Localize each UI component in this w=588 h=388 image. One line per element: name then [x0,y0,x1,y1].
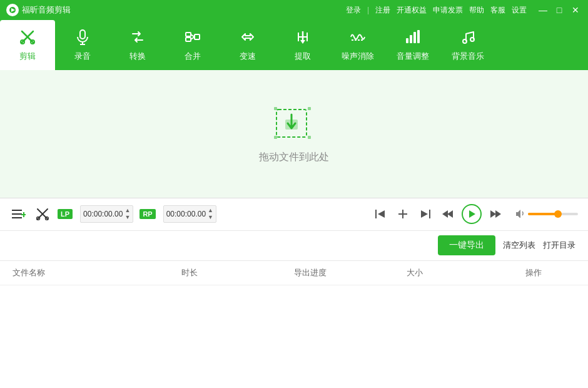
center-button[interactable] [394,205,412,223]
app-title: 福昕音频剪辑 [22,4,71,16]
to-start-button[interactable] [372,205,389,223]
cut-icon [19,29,36,48]
rp-up-arrow[interactable]: ▲ [208,207,213,214]
toolbar-item-speed[interactable]: 变速 [220,20,275,70]
col-duration-header: 时长 [181,267,294,278]
window-controls: — □ ✕ [537,4,582,16]
actionbar: 一键导出 清空列表 打开目录 [0,231,588,261]
nav-links: 登录 | 注册 开通权益 申请发票 帮助 客服 设置 [343,4,529,17]
titlebar: 福昕音频剪辑 登录 | 注册 开通权益 申请发票 帮助 客服 设置 — □ ✕ [0,0,588,20]
toolbar-item-merge[interactable]: 合并 [165,20,220,70]
col-progress-header: 导出进度 [294,267,407,278]
denoise-icon [350,29,366,48]
rp-time-value: 00:00:00.00 [166,210,206,218]
svg-rect-31 [308,136,311,139]
toolbar-label-convert: 转换 [129,51,146,62]
toolbar-label-record: 录音 [74,51,91,62]
svg-rect-6 [80,30,85,39]
scissors-button[interactable] [34,205,51,223]
speed-icon [240,29,256,48]
col-name-header: 文件名称 [13,267,181,278]
maximize-button[interactable]: □ [553,4,565,16]
lp-spinners[interactable]: ▲ ▼ [124,207,130,221]
rp-down-arrow[interactable]: ▼ [208,214,213,221]
export-button[interactable]: 一键导出 [438,235,495,255]
volume-thumb[interactable] [554,210,562,218]
toolbar-label-speed: 变速 [240,51,256,62]
svg-rect-21 [410,35,412,43]
rp-time-input[interactable]: 00:00:00.00 ▲ ▼ [163,205,216,223]
svg-rect-9 [186,33,191,36]
toolbar-item-convert[interactable]: 转换 [110,20,165,70]
svg-rect-22 [413,32,416,43]
toolbar-item-volume[interactable]: 音量调整 [385,20,440,70]
svg-point-25 [470,38,474,41]
nav-invoice[interactable]: 申请发票 [430,4,465,17]
rp-badge: RP [139,209,155,219]
mic-icon [74,29,91,48]
svg-rect-20 [406,38,408,43]
drop-text: 拖动文件到此处 [259,151,329,164]
nav-login[interactable]: 登录 [343,4,363,17]
extract-icon [295,29,311,48]
fast-backward-button[interactable] [439,205,457,223]
play-button[interactable] [462,204,482,224]
toolbar-item-denoise[interactable]: 噪声消除 [330,20,385,70]
minimize-button[interactable]: — [537,4,549,16]
volume-icon [405,29,421,48]
svg-rect-23 [417,30,420,43]
bgmusic-icon [460,29,476,48]
toolbar-item-record[interactable]: 录音 [55,20,110,70]
drop-content: 拖动文件到此处 [259,103,329,164]
table-header: 文件名称 时长 导出进度 大小 操作 [0,261,588,285]
main-area: 拖动文件到此处 LP 00:00:00.00 [0,70,588,388]
clear-list-button[interactable]: 清空列表 [503,240,535,251]
lp-up-arrow[interactable]: ▲ [124,207,130,214]
svg-point-24 [463,39,467,43]
toolbar-label-cut: 剪辑 [19,51,36,62]
toolbar-item-bgmusic[interactable]: 背景音乐 [440,20,495,70]
logo-icon [6,4,19,16]
lp-badge: LP [58,209,73,219]
nav-settings[interactable]: 设置 [509,4,529,17]
dropzone[interactable]: 拖动文件到此处 [0,70,588,198]
toolbar-label-merge: 合并 [185,51,201,62]
svg-rect-30 [274,136,277,139]
nav-rights[interactable]: 开通权益 [394,4,429,17]
merge-icon [185,29,201,48]
toolbar-label-volume: 音量调整 [397,51,429,62]
toolbar-label-extract: 提取 [295,51,311,62]
volume-slider[interactable] [528,213,578,215]
lp-time-input[interactable]: 00:00:00.00 ▲ ▼ [80,205,133,223]
close-button[interactable]: ✕ [569,4,582,16]
svg-rect-28 [274,107,277,110]
volume-fill [528,213,558,215]
lp-time-value: 00:00:00.00 [83,210,123,218]
volume-icon-small [515,209,525,220]
col-actions-header: 操作 [491,267,575,278]
app-logo: 福昕音频剪辑 [6,4,71,16]
volume-area [515,209,578,220]
nav-register[interactable]: 注册 [373,4,393,17]
svg-rect-10 [186,38,191,41]
col-size-header: 大小 [407,267,491,278]
nav-service[interactable]: 客服 [488,4,508,17]
toolbar-label-bgmusic: 背景音乐 [452,51,484,62]
convert-icon [129,29,146,48]
svg-rect-11 [195,34,200,39]
drop-icon [274,103,314,143]
toolbar-item-extract[interactable]: 提取 [275,20,330,70]
toolbar-label-denoise: 噪声消除 [342,51,374,62]
toolbar-item-cut[interactable]: 剪辑 [0,20,55,70]
rp-spinners[interactable]: ▲ ▼ [208,207,213,221]
svg-rect-29 [308,107,311,110]
file-table: 文件名称 时长 导出进度 大小 操作 [0,261,588,389]
open-dir-button[interactable]: 打开目录 [543,240,575,251]
lp-down-arrow[interactable]: ▼ [124,214,130,221]
controls-bar: LP 00:00:00.00 ▲ ▼ RP 00:00:00.00 ▲ ▼ [0,198,588,231]
svg-marker-18 [300,40,305,44]
to-end-button[interactable] [417,205,434,223]
fast-forward-button[interactable] [487,205,504,223]
add-list-button[interactable] [10,205,28,223]
nav-help[interactable]: 帮助 [467,4,487,17]
